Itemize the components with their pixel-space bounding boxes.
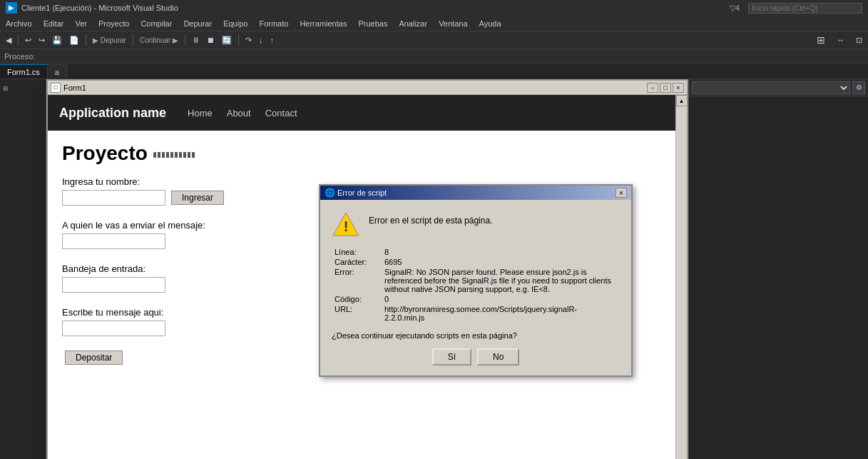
menu-herramientas[interactable]: Herramientas bbox=[294, 16, 352, 31]
svg-text:!: ! bbox=[344, 218, 349, 234]
error-val-0: 8 bbox=[382, 247, 620, 257]
vs-properties-dropdown[interactable] bbox=[692, 81, 850, 94]
vs-properties-btn-1[interactable]: ⚙ bbox=[852, 81, 865, 94]
menu-pruebas[interactable]: Pruebas bbox=[352, 16, 393, 31]
btn-no[interactable]: No bbox=[477, 348, 519, 365]
error-val-1: 6695 bbox=[382, 257, 620, 267]
toolbar-btn-1[interactable]: ↩ bbox=[22, 34, 34, 46]
menu-editar[interactable]: Editar bbox=[38, 16, 70, 31]
menu-archivo[interactable]: Archivo bbox=[0, 16, 38, 31]
btn-depositar[interactable]: Depositar bbox=[65, 350, 123, 365]
btn-si[interactable]: Sí bbox=[432, 348, 471, 365]
toolbar-debug[interactable]: ▶ Depurar bbox=[90, 35, 129, 46]
error-detail-row-1: Carácter: 6695 bbox=[332, 257, 620, 267]
toolbar-pause[interactable]: ⏸ bbox=[189, 34, 203, 46]
toolbar-stepout[interactable]: ↑ bbox=[267, 34, 277, 46]
scroll-up[interactable]: ▲ bbox=[676, 95, 688, 106]
input-nombre[interactable] bbox=[62, 190, 165, 206]
menu-equipo[interactable]: Equipo bbox=[218, 16, 253, 31]
error-dialog-icon: 🌐 bbox=[325, 188, 335, 198]
toolbar-right-btn-3[interactable]: ⊡ bbox=[853, 34, 865, 46]
menu-ayuda[interactable]: Ayuda bbox=[474, 16, 507, 31]
menu-analizar[interactable]: Analizar bbox=[393, 16, 433, 31]
nav-home[interactable]: Home bbox=[188, 108, 213, 118]
error-question: ¿Desea continuar ejecutando scripts en e… bbox=[332, 331, 620, 340]
vs-processbar: Proceso: bbox=[0, 49, 868, 64]
toolbar-sep-4 bbox=[185, 34, 185, 46]
error-key-2: Error: bbox=[332, 267, 382, 294]
toolbar-sep-1 bbox=[18, 34, 19, 46]
toolbar-save[interactable]: 💾 bbox=[49, 34, 65, 46]
error-dialog: 🌐 Error de script × ! Error en el script… bbox=[319, 184, 633, 377]
vs-toolbar: ◀ ↩ ↪ 💾 📄 ▶ Depurar Continuar ▶ ⏸ ⏹ 🔄 ↷ … bbox=[0, 31, 868, 49]
form1-icon: □ bbox=[51, 83, 61, 93]
app-page-title: Proyecto bbox=[62, 142, 661, 165]
warning-icon: ! bbox=[332, 210, 360, 238]
btn-ingresar[interactable]: Ingresar bbox=[171, 191, 224, 205]
toolbar-back[interactable]: ◀ bbox=[3, 34, 14, 46]
tab-form1cs[interactable]: Form1.cs bbox=[0, 64, 48, 79]
form1-close[interactable]: × bbox=[673, 83, 684, 93]
toolbar-right-btn-2[interactable]: ↔ bbox=[834, 34, 847, 46]
vs-tabs: Form1.cs a bbox=[0, 64, 868, 79]
toolbar-btn-3[interactable]: 📄 bbox=[66, 34, 82, 46]
nav-contact[interactable]: Contact bbox=[265, 108, 297, 118]
toolbar-restart[interactable]: 🔄 bbox=[219, 34, 235, 46]
menu-compilar[interactable]: Compilar bbox=[135, 16, 178, 31]
error-details: Línea: 8 Carácter: 6695 Error: SignalR: … bbox=[332, 247, 620, 323]
error-dialog-close-btn[interactable]: × bbox=[616, 188, 627, 198]
form1-maximize[interactable]: □ bbox=[660, 83, 671, 93]
error-dialog-title: Error de script bbox=[337, 188, 616, 197]
vs-properties-toolbar: ⚙ bbox=[689, 79, 868, 96]
form1-scrollbar[interactable]: ▲ ▼ bbox=[675, 95, 687, 459]
toolbar-sep-5 bbox=[238, 34, 239, 46]
quick-launch[interactable] bbox=[748, 3, 862, 14]
menu-depurar[interactable]: Depurar bbox=[178, 16, 218, 31]
vs-menubar: Archivo Editar Ver Proyecto Compilar Dep… bbox=[0, 16, 868, 31]
toolbar-right-btn-1[interactable]: ⊞ bbox=[814, 33, 828, 47]
error-dialog-titlebar: 🌐 Error de script × bbox=[320, 186, 631, 200]
toolbar-sep-3 bbox=[133, 34, 133, 46]
input-destinatario[interactable] bbox=[62, 233, 165, 249]
error-key-1: Carácter: bbox=[332, 257, 382, 267]
toolbar-stepinto[interactable]: ↓ bbox=[256, 34, 266, 46]
error-dialog-top: ! Error en el script de esta página. bbox=[332, 210, 620, 238]
error-detail-row-0: Línea: 8 bbox=[332, 247, 620, 257]
input-mensaje[interactable] bbox=[62, 321, 165, 336]
tab-a[interactable]: a bbox=[48, 64, 67, 79]
menu-ventana[interactable]: Ventana bbox=[433, 16, 473, 31]
menu-ver[interactable]: Ver bbox=[69, 16, 93, 31]
vs-right-panel: ⚙ bbox=[688, 79, 868, 459]
error-detail-row-4: URL: http://byronramiresg.somee.com/Scri… bbox=[332, 304, 620, 323]
vs-title: Cliente1 (Ejecución) - Microsoft Visual … bbox=[21, 4, 178, 12]
page-title-text: Proyecto bbox=[62, 142, 148, 165]
title-scribble bbox=[153, 152, 196, 158]
form1-title-btns: − □ × bbox=[647, 83, 684, 93]
toolbar-btn-2[interactable]: ↪ bbox=[36, 34, 48, 46]
menu-formato[interactable]: Formato bbox=[253, 16, 294, 31]
toolbar-continue[interactable]: Continuar ▶ bbox=[137, 35, 181, 46]
filter-icon: ▽4 bbox=[730, 4, 740, 13]
error-detail-row-2: Error: SignalR: No JSON parser found. Pl… bbox=[332, 267, 620, 294]
toolbar-stop[interactable]: ⏹ bbox=[204, 34, 218, 46]
process-label: Proceso: bbox=[4, 52, 35, 61]
form1-titlebar: □ Form1 − □ × bbox=[48, 81, 687, 95]
form1-minimize[interactable]: − bbox=[647, 83, 658, 93]
error-header-msg: Error en el script de esta página. bbox=[369, 210, 492, 226]
toolbar-stepover[interactable]: ↷ bbox=[242, 34, 255, 46]
nav-about[interactable]: About bbox=[227, 108, 251, 118]
quick-launch-input[interactable] bbox=[748, 3, 862, 14]
input-bandeja[interactable] bbox=[62, 277, 165, 293]
error-val-4: http://byronramiresg.somee.com/Scripts/j… bbox=[382, 304, 620, 323]
error-dialog-buttons: Sí No bbox=[332, 348, 620, 365]
error-detail-row-3: Código: 0 bbox=[332, 294, 620, 304]
error-val-2: SignalR: No JSON parser found. Please en… bbox=[382, 267, 620, 294]
form1-title: Form1 bbox=[63, 84, 647, 92]
vs-titlebar: ▶ Cliente1 (Ejecución) - Microsoft Visua… bbox=[0, 0, 868, 16]
scroll-track bbox=[676, 106, 687, 459]
vs-left-panel: ⊞ bbox=[0, 79, 46, 459]
error-key-4: URL: bbox=[332, 304, 382, 323]
menu-proyecto[interactable]: Proyecto bbox=[93, 16, 135, 31]
error-dialog-body: ! Error en el script de esta página. Lín… bbox=[320, 200, 631, 375]
left-panel-label: ⊞ bbox=[3, 85, 43, 92]
